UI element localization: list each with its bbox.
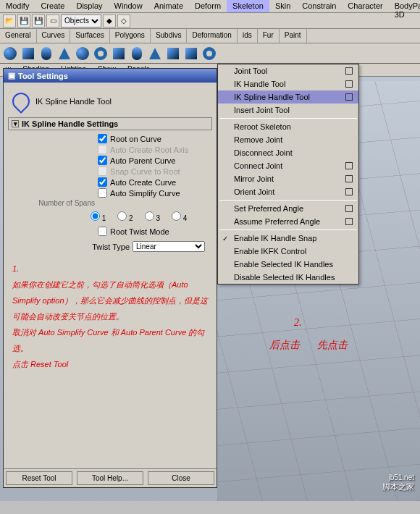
close-button[interactable]: Close [148,471,214,485]
tab-ids[interactable]: ids [238,29,258,43]
menuitem-disable-selected-ik-handles[interactable]: Disable Selected IK Handles [218,271,358,284]
annotation-later-click: 后点击 [269,339,300,352]
selection-mask-select[interactable]: Objects [61,14,101,28]
menuitem-disconnect-joint[interactable]: Disconnect Joint [218,146,358,159]
check-label: Auto Create Curve [110,178,176,187]
menu-animate[interactable]: Animate [148,0,189,12]
option-box-icon[interactable] [345,162,353,169]
cyl2-icon[interactable] [128,45,146,62]
menuitem-insert-joint-tool[interactable]: Insert Joint Tool [218,104,358,117]
skeleton-menu: Joint ToolIK Handle ToolIK Spline Handle… [217,64,359,285]
menuitem-connect-joint[interactable]: Connect Joint [218,159,358,172]
option-box-icon[interactable] [345,80,353,88]
torus2-icon[interactable] [201,45,218,62]
cube2-icon[interactable] [110,45,127,62]
tool-settings-window: ▣ Tool Settings IK Spline Handle Tool ▾ … [3,68,217,488]
menu-window[interactable]: Window [109,0,148,12]
menu-skeleton[interactable]: Skeleton [227,0,269,12]
tool-name-label: IK Spline Handle Tool [35,97,112,106]
check-label: Auto Create Root Axis [110,146,188,154]
collapse-icon[interactable]: ▾ [12,120,19,127]
option-box-icon[interactable] [345,218,353,225]
sphere2-icon[interactable] [74,45,91,62]
cube-icon[interactable] [20,45,37,62]
menu-create[interactable]: Create [35,0,70,12]
spans-radio-4[interactable] [172,211,181,221]
annotation-2-number: 2. [294,317,302,329]
reset-tool-button[interactable]: Reset Tool [6,471,72,485]
cone2-icon[interactable] [146,45,164,62]
open-icon[interactable]: 📂 [3,14,16,28]
file-toolbar: 📂 💾 💾 ▭ Objects ◆ ◇ [0,13,420,29]
annotation-first-click: 先点击 [317,339,348,352]
annotation-1: 1. 如果你在创建它之前，勾选了自动简化选项（Auto Simplify opt… [8,253,212,379]
menuitem-set-preferred-angle[interactable]: Set Preferred Angle [218,202,358,215]
menuitem-assume-preferred-angle[interactable]: Assume Preferred Angle [218,215,358,228]
option-box-icon[interactable] [345,67,353,75]
tab-curves[interactable]: Curves [37,29,71,43]
tab-fur[interactable]: Fur [258,29,280,43]
sel-icon[interactable]: ▭ [46,14,59,28]
option-box-icon[interactable] [345,205,353,212]
tool-settings-body: IK Spline Handle Tool ▾ IK Spline Handle… [4,83,217,468]
check-root-on-curve[interactable] [98,134,107,143]
option-box-icon[interactable] [345,93,353,101]
menu-constrain[interactable]: Constrain [296,0,342,12]
twist-type-select[interactable]: Linear [133,241,205,252]
check-label: Snap Curve to Root [110,167,180,176]
menu-skin[interactable]: Skin [269,0,296,12]
menu-character[interactable]: Character [342,0,388,12]
snap-icon[interactable]: ◆ [103,14,116,28]
check-auto-simplify-curve[interactable] [98,188,107,198]
tab-general[interactable]: General [0,29,37,43]
menuitem-orient-joint[interactable]: Orient Joint [218,185,358,198]
tab-paint[interactable]: Paint [280,29,307,43]
save-icon[interactable]: 💾 [17,14,30,28]
spans-radio-3[interactable] [145,211,154,221]
check-auto-parent-curve[interactable] [98,156,107,165]
save2-icon[interactable]: 💾 [32,14,45,28]
check-label: Auto Parent Curve [110,156,176,165]
check-auto-create-curve[interactable] [98,177,107,187]
menuitem-reroot-skeleton[interactable]: Reroot Skeleton [218,120,358,133]
tab-surfaces[interactable]: Surfaces [70,29,109,43]
cube4-icon[interactable] [182,45,200,62]
tab-deformation[interactable]: Deformation [187,29,237,43]
menu-display[interactable]: Display [70,0,108,12]
tool-settings-titlebar[interactable]: ▣ Tool Settings [4,69,217,83]
main-menubar: ModifyCreateDisplayWindowAnimateDeformSk… [0,0,420,13]
menuitem-ik-handle-tool[interactable]: IK Handle Tool [218,77,358,90]
shelf-tabs: GeneralCurvesSurfacesPolygonsSubdivsDefo… [0,29,420,43]
spans-radio-2[interactable] [117,211,127,221]
cone-icon[interactable] [56,45,73,62]
menuitem-mirror-joint[interactable]: Mirror Joint [218,172,358,185]
root-twist-checkbox[interactable] [98,227,107,236]
option-box-icon[interactable] [345,175,353,182]
torus-icon[interactable] [92,45,109,62]
tool-help--button[interactable]: Tool Help... [77,471,143,485]
settings-section-header[interactable]: ▾ IK Spline Handle Settings [8,117,212,130]
spans-radio-group: 1 2 3 4 [8,211,212,223]
menuitem-enable-selected-ik-handles[interactable]: Enable Selected IK Handles [218,258,358,271]
option-box-icon[interactable] [345,188,353,195]
spans-radio-1[interactable] [91,211,100,221]
tab-polygons[interactable]: Polygons [110,29,151,43]
menu-modify[interactable]: Modify [0,0,35,12]
menu-bodypaint 3d[interactable]: BodyPaint 3D [389,0,420,12]
tab-subdivs[interactable]: Subdivs [151,29,188,43]
menuitem-enable-ikfk-control[interactable]: Enable IKFK Control [218,245,358,258]
cylinder-icon[interactable] [38,45,55,62]
menuitem-ik-spline-handle-tool[interactable]: IK Spline Handle Tool [218,90,358,104]
tool-settings-buttons: Reset ToolTool Help...Close [4,468,217,487]
menuitem-enable-ik-handle-snap[interactable]: Enable IK Handle Snap [218,232,358,245]
check-snap-curve-to-root [98,167,107,176]
snap2-icon[interactable]: ◇ [117,14,130,28]
cube3-icon[interactable] [164,45,182,62]
twist-type-label: Twist Type [92,243,130,251]
menuitem-remove-joint[interactable]: Remove Joint [218,133,358,146]
shelf [0,43,420,64]
menu-deform[interactable]: Deform [189,0,227,12]
sphere-icon[interactable] [1,45,19,62]
check-label: Auto Simplify Curve [110,189,180,198]
menuitem-joint-tool[interactable]: Joint Tool [218,64,358,77]
